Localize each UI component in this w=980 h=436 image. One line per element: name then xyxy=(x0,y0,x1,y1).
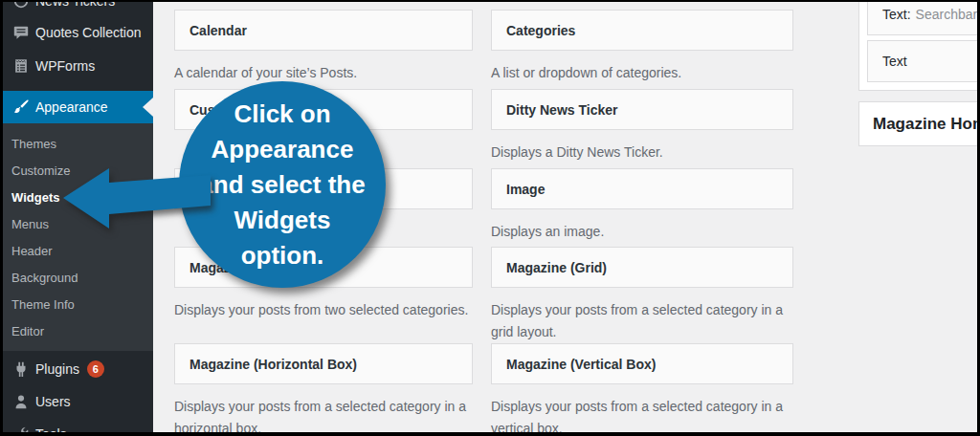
widget-card-magazine-vertical-box[interactable]: Magazine (Vertical Box) xyxy=(491,343,793,384)
widget-card-categories[interactable]: Categories xyxy=(491,10,793,51)
widget-card-image[interactable]: Image xyxy=(491,168,793,209)
sidebar-widget-text[interactable]: Text xyxy=(867,40,980,82)
widget-title: Text: xyxy=(882,7,911,22)
widget-title: Calendar xyxy=(189,23,247,38)
widget-title: Categories xyxy=(506,23,575,38)
screenshot-border-bottom xyxy=(0,432,980,436)
sidebar-item-plugins[interactable]: Plugins 6 xyxy=(0,353,153,385)
callout-line: and select the xyxy=(199,167,365,203)
sidebar-item-users[interactable]: Users xyxy=(0,385,153,418)
callout-line: Appearance xyxy=(212,132,354,167)
current-menu-arrow xyxy=(143,98,153,117)
sidebar-widgets-panel: Text: Searchbar Text xyxy=(858,0,980,91)
speech-bubble-icon xyxy=(12,24,30,41)
widget-card-calendar[interactable]: Calendar xyxy=(174,10,473,51)
sidebar-item-appearance[interactable]: Appearance xyxy=(0,91,153,123)
widget-description: A calendar of your site’s Posts. xyxy=(174,62,473,84)
widget-card-ditty-news-ticker[interactable]: Ditty News Ticker xyxy=(491,89,793,130)
sidebar-widget-text-searchbar[interactable]: Text: Searchbar xyxy=(867,0,980,35)
widget-description: Displays your posts from a selected cate… xyxy=(491,396,793,436)
widget-title: Magazine (Vertical Box) xyxy=(506,357,656,372)
callout-arrow xyxy=(48,153,220,249)
sidebar-item-label: Quotes Collection xyxy=(35,25,142,40)
submenu-item-background[interactable]: Background xyxy=(0,265,153,292)
paintbrush-icon xyxy=(12,98,30,116)
submenu-item-theme-info[interactable]: Theme Info xyxy=(0,292,153,318)
widget-description: Displays your posts from a selected cate… xyxy=(491,299,793,343)
widget-description: Displays a Ditty News Ticker. xyxy=(491,142,793,164)
widget-title: Image xyxy=(506,182,545,197)
submenu-item-editor[interactable]: Editor xyxy=(0,318,153,345)
widget-description: A list or dropdown of categories. xyxy=(491,62,793,84)
screenshot-border-top xyxy=(0,0,980,2)
sidebar-item-label: Users xyxy=(35,394,71,409)
widget-card-magazine-horizontal-box[interactable]: Magazine (Horizontal Box) xyxy=(174,343,473,384)
sidebar-item-wpforms[interactable]: WPForms xyxy=(0,50,153,82)
user-icon xyxy=(12,393,30,410)
sidebar-item-label: WPForms xyxy=(35,58,95,74)
form-clipboard-icon xyxy=(12,57,30,75)
sidebar-item-label: Appearance xyxy=(35,99,108,115)
magazine-homepage-panel[interactable]: Magazine Hom xyxy=(858,101,980,146)
sidebar-item-news-tickers[interactable]: News Tickers xyxy=(0,0,153,17)
widget-title: Magazine (Horizontal Box) xyxy=(189,357,357,372)
panel-title: Magazine Hom xyxy=(873,115,980,134)
widget-title: Text xyxy=(882,54,907,69)
callout-line: option. xyxy=(241,238,324,273)
callout-line: Widgets xyxy=(234,203,331,238)
widget-card-magazine-grid[interactable]: Magazine (Grid) xyxy=(491,247,793,288)
widget-title: Ditty News Ticker xyxy=(506,102,617,118)
widget-description: Displays your posts from two selected ca… xyxy=(174,299,473,321)
widget-description: Displays an image. xyxy=(491,221,793,243)
plugins-update-count-badge: 6 xyxy=(87,360,104,378)
widget-title: Magazine (Grid) xyxy=(506,260,607,275)
sidebar-item-quotes-collection[interactable]: Quotes Collection xyxy=(0,16,153,49)
screenshot-border-left xyxy=(0,0,3,436)
sidebar-item-label: Plugins xyxy=(35,361,79,377)
wordpress-admin-widgets-screen: News Tickers Quotes Collection WPForms A… xyxy=(0,0,980,436)
plugin-icon xyxy=(12,360,30,378)
callout-line: Click on xyxy=(234,97,330,132)
widget-description: Displays your posts from a selected cate… xyxy=(174,396,473,436)
widget-subtitle: Searchbar xyxy=(916,7,978,22)
